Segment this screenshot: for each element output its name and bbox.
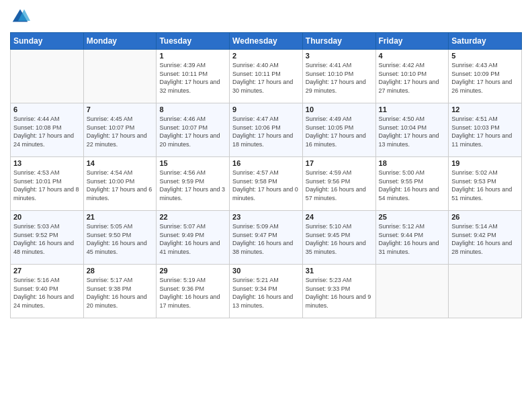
- day-cell: 7Sunrise: 4:45 AM Sunset: 10:07 PM Dayli…: [83, 103, 157, 157]
- day-cell: 8Sunrise: 4:46 AM Sunset: 10:07 PM Dayli…: [157, 103, 230, 157]
- day-cell: 31Sunrise: 5:23 AM Sunset: 9:33 PM Dayli…: [302, 265, 375, 318]
- day-detail: Sunrise: 4:56 AM Sunset: 9:59 PM Dayligh…: [159, 169, 226, 202]
- day-detail: Sunrise: 5:05 AM Sunset: 9:50 PM Dayligh…: [87, 222, 154, 256]
- day-cell: 1Sunrise: 4:39 AM Sunset: 10:11 PM Dayli…: [157, 50, 230, 103]
- day-detail: Sunrise: 5:09 AM Sunset: 9:47 PM Dayligh…: [232, 222, 300, 256]
- day-number: 24: [306, 213, 373, 221]
- day-cell: 17Sunrise: 4:59 AM Sunset: 9:56 PM Dayli…: [302, 157, 375, 211]
- day-cell: 2Sunrise: 4:40 AM Sunset: 10:11 PM Dayli…: [230, 50, 303, 103]
- day-cell: 21Sunrise: 5:05 AM Sunset: 9:50 PM Dayli…: [83, 211, 157, 265]
- logo-icon: [10, 7, 30, 27]
- day-detail: Sunrise: 4:53 AM Sunset: 10:01 PM Daylig…: [13, 169, 81, 202]
- day-detail: Sunrise: 4:42 AM Sunset: 10:10 PM Daylig…: [379, 61, 446, 95]
- day-number: 15: [159, 159, 226, 167]
- day-cell: 24Sunrise: 5:10 AM Sunset: 9:45 PM Dayli…: [302, 211, 375, 265]
- col-header-wednesday: Wednesday: [230, 33, 303, 50]
- day-cell: 23Sunrise: 5:09 AM Sunset: 9:47 PM Dayli…: [230, 211, 303, 265]
- col-header-sunday: Sunday: [11, 33, 84, 50]
- day-cell: 9Sunrise: 4:47 AM Sunset: 10:06 PM Dayli…: [230, 103, 303, 157]
- day-number: 27: [13, 267, 81, 275]
- day-detail: Sunrise: 4:39 AM Sunset: 10:11 PM Daylig…: [159, 61, 226, 95]
- day-detail: Sunrise: 5:07 AM Sunset: 9:49 PM Dayligh…: [159, 222, 226, 256]
- day-number: 7: [87, 105, 154, 113]
- day-detail: Sunrise: 5:19 AM Sunset: 9:36 PM Dayligh…: [159, 276, 226, 310]
- day-cell: 13Sunrise: 4:53 AM Sunset: 10:01 PM Dayl…: [11, 157, 84, 211]
- day-detail: Sunrise: 5:16 AM Sunset: 9:40 PM Dayligh…: [13, 276, 81, 310]
- day-number: 22: [159, 213, 226, 221]
- day-cell: 28Sunrise: 5:17 AM Sunset: 9:38 PM Dayli…: [83, 265, 157, 318]
- day-number: 2: [232, 52, 300, 60]
- day-detail: Sunrise: 5:10 AM Sunset: 9:45 PM Dayligh…: [306, 222, 373, 256]
- day-cell: 29Sunrise: 5:19 AM Sunset: 9:36 PM Dayli…: [157, 265, 230, 318]
- day-cell: 3Sunrise: 4:41 AM Sunset: 10:10 PM Dayli…: [302, 50, 375, 103]
- day-detail: Sunrise: 5:12 AM Sunset: 9:44 PM Dayligh…: [379, 222, 446, 256]
- day-number: 6: [13, 105, 81, 113]
- day-cell: 22Sunrise: 5:07 AM Sunset: 9:49 PM Dayli…: [157, 211, 230, 265]
- day-number: 13: [13, 159, 81, 167]
- day-detail: Sunrise: 5:14 AM Sunset: 9:42 PM Dayligh…: [451, 222, 519, 256]
- day-detail: Sunrise: 4:50 AM Sunset: 10:04 PM Daylig…: [379, 115, 446, 148]
- day-cell: 15Sunrise: 4:56 AM Sunset: 9:59 PM Dayli…: [157, 157, 230, 211]
- day-detail: Sunrise: 4:54 AM Sunset: 10:00 PM Daylig…: [87, 169, 154, 202]
- day-cell: 20Sunrise: 5:03 AM Sunset: 9:52 PM Dayli…: [11, 211, 84, 265]
- day-detail: Sunrise: 4:41 AM Sunset: 10:10 PM Daylig…: [306, 61, 373, 95]
- day-detail: Sunrise: 5:00 AM Sunset: 9:55 PM Dayligh…: [379, 169, 446, 202]
- day-detail: Sunrise: 4:43 AM Sunset: 10:09 PM Daylig…: [451, 61, 519, 95]
- day-cell: 11Sunrise: 4:50 AM Sunset: 10:04 PM Dayl…: [375, 103, 449, 157]
- day-number: 23: [232, 213, 300, 221]
- week-row-1: 1Sunrise: 4:39 AM Sunset: 10:11 PM Dayli…: [11, 50, 522, 103]
- day-detail: Sunrise: 5:03 AM Sunset: 9:52 PM Dayligh…: [13, 222, 81, 256]
- day-number: 9: [232, 105, 300, 113]
- day-number: 30: [232, 267, 300, 275]
- week-row-2: 6Sunrise: 4:44 AM Sunset: 10:08 PM Dayli…: [11, 103, 522, 157]
- day-number: 10: [306, 105, 373, 113]
- col-header-tuesday: Tuesday: [157, 33, 230, 50]
- day-cell: 26Sunrise: 5:14 AM Sunset: 9:42 PM Dayli…: [449, 211, 522, 265]
- day-cell: [83, 50, 157, 103]
- day-number: 12: [451, 105, 519, 113]
- day-number: 5: [451, 52, 519, 60]
- day-cell: 27Sunrise: 5:16 AM Sunset: 9:40 PM Dayli…: [11, 265, 84, 318]
- day-number: 8: [159, 105, 226, 113]
- day-number: 16: [232, 159, 300, 167]
- day-detail: Sunrise: 5:17 AM Sunset: 9:38 PM Dayligh…: [87, 276, 154, 310]
- day-cell: 6Sunrise: 4:44 AM Sunset: 10:08 PM Dayli…: [11, 103, 84, 157]
- day-cell: [449, 265, 522, 318]
- day-detail: Sunrise: 5:21 AM Sunset: 9:34 PM Dayligh…: [232, 276, 300, 310]
- week-row-5: 27Sunrise: 5:16 AM Sunset: 9:40 PM Dayli…: [11, 265, 522, 318]
- day-number: 18: [379, 159, 446, 167]
- day-number: 11: [379, 105, 446, 113]
- day-cell: 10Sunrise: 4:49 AM Sunset: 10:05 PM Dayl…: [302, 103, 375, 157]
- calendar-table: SundayMondayTuesdayWednesdayThursdayFrid…: [10, 32, 522, 318]
- day-detail: Sunrise: 4:51 AM Sunset: 10:03 PM Daylig…: [451, 115, 519, 148]
- day-cell: [11, 50, 84, 103]
- week-row-3: 13Sunrise: 4:53 AM Sunset: 10:01 PM Dayl…: [11, 157, 522, 211]
- day-cell: 30Sunrise: 5:21 AM Sunset: 9:34 PM Dayli…: [230, 265, 303, 318]
- day-number: 31: [306, 267, 373, 275]
- day-cell: 5Sunrise: 4:43 AM Sunset: 10:09 PM Dayli…: [449, 50, 522, 103]
- day-detail: Sunrise: 4:49 AM Sunset: 10:05 PM Daylig…: [306, 115, 373, 148]
- day-cell: 19Sunrise: 5:02 AM Sunset: 9:53 PM Dayli…: [449, 157, 522, 211]
- day-detail: Sunrise: 4:47 AM Sunset: 10:06 PM Daylig…: [232, 115, 300, 148]
- day-number: 4: [379, 52, 446, 60]
- col-header-thursday: Thursday: [302, 33, 375, 50]
- day-number: 29: [159, 267, 226, 275]
- day-cell: 25Sunrise: 5:12 AM Sunset: 9:44 PM Dayli…: [375, 211, 449, 265]
- day-detail: Sunrise: 4:45 AM Sunset: 10:07 PM Daylig…: [87, 115, 154, 148]
- day-detail: Sunrise: 5:02 AM Sunset: 9:53 PM Dayligh…: [451, 169, 519, 202]
- day-number: 21: [87, 213, 154, 221]
- day-number: 26: [451, 213, 519, 221]
- day-number: 28: [87, 267, 154, 275]
- day-number: 17: [306, 159, 373, 167]
- day-number: 1: [159, 52, 226, 60]
- header: [10, 7, 522, 27]
- day-detail: Sunrise: 4:57 AM Sunset: 9:58 PM Dayligh…: [232, 169, 300, 202]
- day-detail: Sunrise: 4:44 AM Sunset: 10:08 PM Daylig…: [13, 115, 81, 148]
- page: SundayMondayTuesdayWednesdayThursdayFrid…: [0, 0, 532, 411]
- day-cell: 4Sunrise: 4:42 AM Sunset: 10:10 PM Dayli…: [375, 50, 449, 103]
- day-number: 25: [379, 213, 446, 221]
- day-cell: 16Sunrise: 4:57 AM Sunset: 9:58 PM Dayli…: [230, 157, 303, 211]
- day-cell: 12Sunrise: 4:51 AM Sunset: 10:03 PM Dayl…: [449, 103, 522, 157]
- day-number: 14: [87, 159, 154, 167]
- day-number: 3: [306, 52, 373, 60]
